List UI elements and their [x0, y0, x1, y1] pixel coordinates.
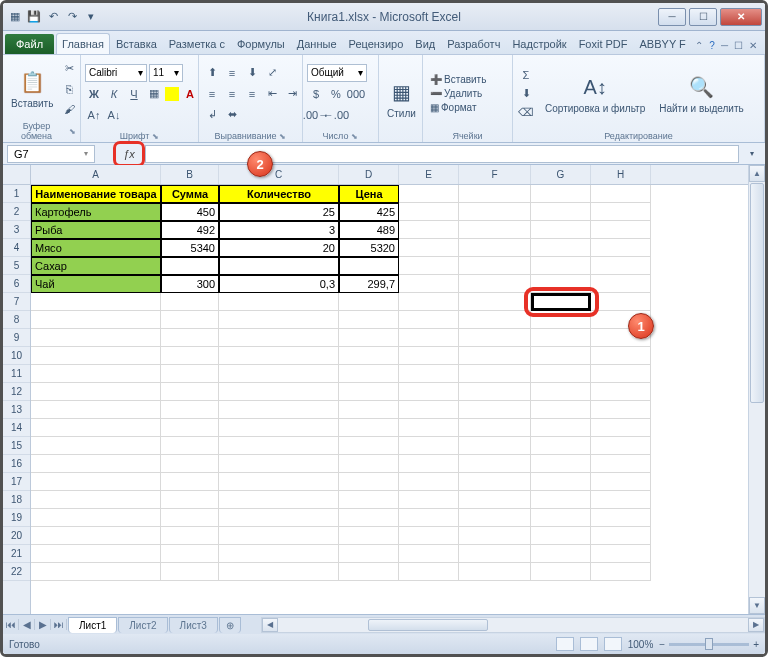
page-layout-view-button[interactable]	[580, 637, 598, 651]
row-header[interactable]: 2	[3, 203, 30, 221]
cell[interactable]	[161, 329, 219, 347]
cell[interactable]	[31, 473, 161, 491]
cell[interactable]	[399, 383, 459, 401]
cut-icon[interactable]: ✂	[60, 60, 78, 78]
hscroll-thumb[interactable]	[368, 619, 488, 631]
cell[interactable]	[399, 437, 459, 455]
cell[interactable]	[161, 437, 219, 455]
delete-cell-button[interactable]: ➖Удалить	[427, 87, 489, 100]
align-dialog-icon[interactable]: ⬊	[279, 132, 286, 141]
cell[interactable]	[531, 347, 591, 365]
cell[interactable]	[339, 365, 399, 383]
cell[interactable]	[591, 185, 651, 203]
row-header[interactable]: 19	[3, 509, 30, 527]
cell[interactable]	[591, 293, 651, 311]
cell[interactable]	[31, 563, 161, 581]
scroll-right-icon[interactable]: ▶	[748, 618, 764, 632]
sheet-nav-first-icon[interactable]: ⏮	[3, 619, 19, 630]
cell[interactable]	[219, 257, 339, 275]
cell[interactable]	[219, 455, 339, 473]
cell[interactable]	[31, 329, 161, 347]
cell[interactable]	[591, 347, 651, 365]
cell[interactable]	[531, 275, 591, 293]
tab-review[interactable]: Рецензиро	[343, 33, 410, 54]
col-header[interactable]: H	[591, 165, 651, 184]
zoom-slider[interactable]	[669, 643, 749, 646]
cell[interactable]	[459, 383, 531, 401]
row-header[interactable]: 11	[3, 365, 30, 383]
cell[interactable]	[459, 563, 531, 581]
sheet-tab-3[interactable]: Лист3	[169, 617, 218, 633]
cell[interactable]	[161, 473, 219, 491]
tab-layout[interactable]: Разметка с	[163, 33, 231, 54]
row-header[interactable]: 13	[3, 401, 30, 419]
cell[interactable]	[591, 275, 651, 293]
cell[interactable]	[219, 293, 339, 311]
cell[interactable]	[31, 437, 161, 455]
doc-min-icon[interactable]: ─	[721, 40, 728, 51]
comma-icon[interactable]: 000	[347, 85, 365, 103]
wrap-text-icon[interactable]: ↲	[203, 106, 221, 124]
cell[interactable]	[31, 383, 161, 401]
cell[interactable]	[161, 509, 219, 527]
cell[interactable]	[31, 365, 161, 383]
cell[interactable]	[31, 455, 161, 473]
cell[interactable]	[399, 185, 459, 203]
sheet-nav-last-icon[interactable]: ⏭	[51, 619, 67, 630]
sheet-nav-prev-icon[interactable]: ◀	[19, 619, 35, 630]
qat-more-icon[interactable]: ▾	[83, 9, 99, 25]
cell[interactable]	[219, 365, 339, 383]
sheet-tab-1[interactable]: Лист1	[68, 617, 117, 633]
cell[interactable]: Цена	[339, 185, 399, 203]
cell[interactable]	[161, 347, 219, 365]
namebox-dropdown-icon[interactable]	[99, 145, 113, 163]
cell[interactable]	[591, 401, 651, 419]
cell[interactable]	[591, 545, 651, 563]
row-header[interactable]: 20	[3, 527, 30, 545]
tab-insert[interactable]: Вставка	[110, 33, 163, 54]
cell[interactable]	[531, 311, 591, 329]
cell[interactable]	[531, 491, 591, 509]
cell[interactable]	[339, 401, 399, 419]
row-header[interactable]: 9	[3, 329, 30, 347]
cell[interactable]	[399, 419, 459, 437]
italic-button[interactable]: К	[105, 85, 123, 103]
fill-icon[interactable]: ⬇	[517, 85, 535, 103]
cell[interactable]	[339, 563, 399, 581]
doc-close-icon[interactable]: ✕	[749, 40, 757, 51]
bold-button[interactable]: Ж	[85, 85, 103, 103]
cell[interactable]	[531, 185, 591, 203]
tab-abbyy[interactable]: ABBYY F	[634, 33, 692, 54]
minimize-button[interactable]: ─	[658, 8, 686, 26]
cell[interactable]	[399, 203, 459, 221]
cell[interactable]: 3	[219, 221, 339, 239]
file-tab[interactable]: Файл	[5, 34, 54, 54]
col-header[interactable]: A	[31, 165, 161, 184]
clear-icon[interactable]: ⌫	[517, 104, 535, 122]
cell[interactable]	[591, 257, 651, 275]
cell[interactable]	[161, 383, 219, 401]
page-break-view-button[interactable]	[604, 637, 622, 651]
cell[interactable]	[339, 473, 399, 491]
tab-data[interactable]: Данные	[291, 33, 343, 54]
cell[interactable]: Сумма	[161, 185, 219, 203]
row-header[interactable]: 10	[3, 347, 30, 365]
cell[interactable]	[459, 455, 531, 473]
cell[interactable]	[161, 455, 219, 473]
cell[interactable]	[399, 509, 459, 527]
formula-input[interactable]	[145, 145, 739, 163]
cell[interactable]	[161, 527, 219, 545]
cell[interactable]	[459, 401, 531, 419]
currency-icon[interactable]: $	[307, 85, 325, 103]
scroll-left-icon[interactable]: ◀	[262, 618, 278, 632]
cell[interactable]	[399, 527, 459, 545]
indent-dec-icon[interactable]: ⇤	[263, 85, 281, 103]
cell[interactable]	[591, 527, 651, 545]
cell[interactable]	[219, 473, 339, 491]
cell[interactable]	[591, 383, 651, 401]
cell[interactable]	[531, 455, 591, 473]
sheet-nav-next-icon[interactable]: ▶	[35, 619, 51, 630]
cell[interactable]	[459, 527, 531, 545]
cell[interactable]	[219, 401, 339, 419]
cell[interactable]	[459, 239, 531, 257]
